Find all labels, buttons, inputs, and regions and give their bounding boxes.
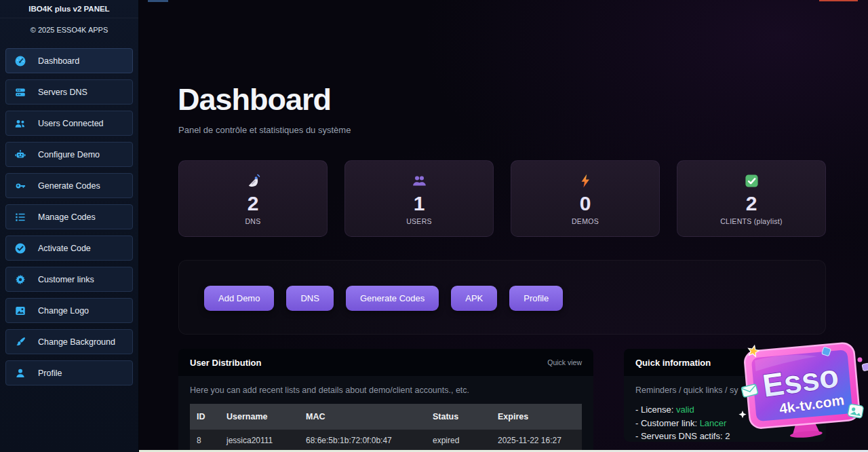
robot-icon	[14, 149, 26, 161]
server-icon	[14, 86, 26, 98]
cell-status: expired	[426, 430, 491, 451]
stat-value: 0	[580, 193, 591, 214]
sidebar-item-servers-dns[interactable]: Servers DNS	[5, 79, 133, 105]
cell-mac: 68:6e:5b:1b:72:0f:0b:47	[299, 430, 426, 451]
sidebar-item-label: Activate Code	[38, 244, 91, 253]
user-table-header-row: ID Username MAC Status Expires	[190, 404, 582, 430]
sidebar-item-label: Generate Codes	[38, 181, 100, 191]
gear-icon	[14, 274, 26, 286]
sidebar-item-activate-code[interactable]: Activate Code	[5, 236, 133, 261]
user-distribution-panel: User Distribution Quick view Here you ca…	[178, 349, 593, 452]
sidebar-item-label: Manage Codes	[38, 212, 96, 222]
sidebar-item-label: Change Logo	[38, 306, 89, 316]
user-icon	[14, 367, 26, 379]
sidebar-item-label: Dashboard	[38, 56, 79, 66]
check-circle-icon	[14, 242, 26, 255]
sidebar-item-generate-codes[interactable]: Generate Codes	[5, 173, 133, 198]
col-header-id[interactable]: ID	[190, 404, 220, 430]
copyright-text: © 2025 ESSO4K APPS	[0, 18, 138, 41]
sidebar-item-manage-codes[interactable]: Manage Codes	[5, 204, 133, 229]
add-demo-button[interactable]: Add Demo	[204, 286, 274, 311]
sidebar-item-dashboard[interactable]: Dashboard	[5, 48, 133, 73]
sidebar-item-configure-demo[interactable]: Configure Demo	[5, 142, 133, 167]
sidebar-item-users-connected[interactable]: Users Connected	[5, 111, 133, 136]
stat-card-users[interactable]: 1 USERS	[344, 160, 494, 237]
user-distribution-title: User Distribution	[190, 358, 261, 368]
user-distribution-description: Here you can add recent lists and detail…	[190, 385, 582, 395]
users-icon	[14, 117, 26, 130]
green-check-icon	[744, 172, 760, 190]
stat-label: DNS	[245, 217, 260, 225]
cell-id: 8	[190, 430, 220, 451]
user-distribution-header: User Distribution Quick view	[178, 349, 593, 376]
lightning-icon	[578, 172, 593, 190]
logo-sticker-lilac-square	[862, 363, 868, 371]
cell-username: jessica20111	[220, 430, 299, 451]
main-content: Dashboard Panel de contrôle et statistiq…	[139, 0, 868, 452]
logo-sticker-sparkle	[738, 411, 746, 418]
stat-value: 2	[248, 193, 259, 214]
stat-label: CLIENTS (playlist)	[720, 217, 783, 225]
quick-information-title: Quick information	[635, 358, 711, 368]
col-header-username[interactable]: Username	[220, 404, 299, 430]
sidebar-nav: Dashboard Servers DNS Users Connected Co…	[0, 41, 138, 385]
logo-sticker-photo	[848, 404, 864, 418]
key-icon	[14, 180, 26, 192]
stat-label: USERS	[406, 217, 432, 225]
stat-card-demos[interactable]: 0 DEMOS	[511, 160, 660, 237]
panel-title: IBO4K plus v2 PANEL	[0, 0, 138, 18]
sidebar-item-label: Change Background	[38, 337, 115, 347]
customer-link[interactable]: Lancer	[700, 418, 727, 428]
user-table: ID Username MAC Status Expires 8 jessica…	[190, 404, 582, 451]
sidebar-item-change-logo[interactable]: Change Logo	[5, 298, 133, 323]
speedometer-icon	[14, 55, 26, 67]
brush-icon	[14, 336, 26, 348]
sidebar: IBO4K plus v2 PANEL © 2025 ESSO4K APPS D…	[0, 0, 139, 452]
sidebar-item-label: Profile	[38, 369, 62, 378]
quick-actions-panel: Add Demo DNS Generate Codes APK Profile	[178, 260, 826, 335]
quick-view-link[interactable]: Quick view	[547, 358, 582, 366]
sidebar-item-label: Customer links	[38, 275, 94, 284]
sidebar-item-label: Servers DNS	[38, 88, 87, 97]
esso-logo: Esso 4k-tv.com	[736, 337, 868, 440]
license-label: - License:	[635, 404, 676, 415]
sidebar-item-label: Users Connected	[38, 119, 104, 128]
stat-card-dns[interactable]: 2 DNS	[178, 160, 328, 237]
dns-active-label: - Serveurs DNS actifs: 2	[635, 431, 730, 441]
apk-button[interactable]: APK	[451, 286, 497, 311]
sidebar-item-customer-links[interactable]: Customer links	[5, 267, 133, 292]
top-red-bar	[819, 0, 858, 1]
image-icon	[14, 305, 26, 317]
satellite-icon	[245, 172, 261, 190]
stat-card-clients[interactable]: 2 CLIENTS (playlist)	[677, 160, 826, 237]
list-icon	[14, 211, 26, 223]
col-header-mac[interactable]: MAC	[299, 404, 426, 430]
page-subtitle: Panel de contrôle et statistiques du sys…	[178, 125, 351, 135]
tv-shape: Esso 4k-tv.com	[744, 342, 861, 440]
license-status: valid	[676, 404, 694, 415]
col-header-status[interactable]: Status	[426, 404, 491, 430]
table-row[interactable]: 8 jessica20111 68:6e:5b:1b:72:0f:0b:47 e…	[190, 430, 582, 451]
logo-sticker-dot	[858, 358, 863, 362]
sidebar-item-change-background[interactable]: Change Background	[5, 329, 133, 354]
customer-link-label: - Customer link:	[635, 418, 700, 428]
top-blue-bar	[148, 0, 168, 2]
sidebar-item-label: Configure Demo	[38, 150, 100, 159]
stat-label: DEMOS	[572, 217, 599, 225]
users-group-icon	[412, 172, 427, 190]
profile-button[interactable]: Profile	[509, 286, 563, 311]
stat-value: 2	[746, 193, 757, 214]
col-header-expires[interactable]: Expires	[491, 404, 582, 430]
page-title: Dashboard	[178, 82, 331, 117]
stat-value: 1	[414, 193, 425, 214]
generate-codes-button[interactable]: Generate Codes	[346, 286, 439, 311]
sidebar-item-profile[interactable]: Profile	[5, 360, 133, 385]
cell-expires: 2025-11-22 16:27	[491, 430, 582, 451]
stats-row: 2 DNS 1 USERS 0 DEMOS 2 CLIENTS (playlis…	[178, 160, 826, 237]
dns-button[interactable]: DNS	[286, 286, 333, 311]
quick-actions-row: Add Demo DNS Generate Codes APK Profile	[204, 286, 563, 311]
